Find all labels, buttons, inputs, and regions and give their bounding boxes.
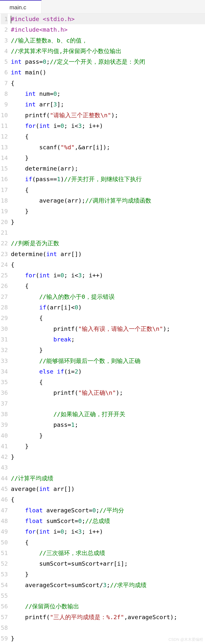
code-line[interactable]: if(arr[i]<0) (10, 302, 205, 312)
code-token: printf( (11, 614, 50, 620)
line-number: 50 (1, 537, 8, 548)
code-token: int (25, 90, 36, 97)
code-token: 0 (61, 528, 64, 535)
line-number: 18 (1, 195, 8, 206)
code-token: ,&arr[i]); (75, 144, 110, 150)
line-number: 21 (1, 227, 8, 238)
code-line[interactable] (10, 227, 205, 238)
code-line[interactable]: { (10, 78, 205, 88)
code-token: averageScort=sumScort/ (11, 582, 103, 588)
code-token: scanf( (11, 144, 60, 150)
code-line[interactable]: average(arr);//调用计算平均成绩函数 (10, 195, 205, 206)
code-line[interactable]: //输入正整数a、b、c的值， (10, 35, 205, 46)
code-line[interactable]: sumScort=sumScort+arr[i]; (10, 558, 205, 569)
code-line[interactable]: pass=1; (10, 420, 205, 430)
code-token: printf( (11, 325, 78, 332)
code-line[interactable]: int num=0; (10, 88, 205, 99)
code-line[interactable]: } (10, 345, 205, 355)
code-token (11, 101, 25, 108)
code-line[interactable]: for(int i=0; i<3; i++) (10, 526, 205, 537)
code-line[interactable]: scanf("%d",&arr[i]); (10, 142, 205, 152)
code-line[interactable]: } (10, 430, 205, 441)
code-token: //输入正整数a、b、c的值， (11, 37, 87, 44)
code-line[interactable]: printf("输入有误，请输入一个正数\n"); (10, 324, 205, 334)
code-line[interactable]: } (10, 441, 205, 452)
line-number: 54 (1, 580, 8, 590)
code-editor[interactable]: 1234567891011121314151617181920212223242… (0, 14, 205, 644)
line-number: 10 (1, 110, 8, 120)
code-line[interactable]: } (10, 217, 205, 227)
code-line[interactable]: float averageScort=0;//平均分 (10, 505, 205, 516)
code-line[interactable]: { (10, 494, 205, 505)
code-line[interactable] (10, 590, 205, 601)
code-line[interactable]: #include <stdio.h> (10, 14, 205, 24)
code-token: i= (50, 122, 61, 129)
line-number: 51 (1, 548, 8, 558)
code-line[interactable]: } (10, 206, 205, 216)
code-line[interactable]: //三次循环，求出总成绩 (10, 548, 205, 558)
code-line[interactable]: { (10, 280, 205, 291)
tab-bar: main.c (0, 0, 205, 14)
code-line[interactable]: printf("三人的平均成绩是：%.2f",averageScort); (10, 612, 205, 622)
code-line[interactable]: { (10, 259, 205, 270)
code-area[interactable]: #include <stdio.h>#include<math.h>//输入正整… (10, 14, 205, 644)
code-line[interactable]: //保留两位小数输出 (10, 601, 205, 612)
line-number: 56 (1, 601, 8, 612)
code-line[interactable]: //如果输入正确，打开开关 (10, 409, 205, 420)
code-line[interactable]: printf("请输入三个正整数\n"); (10, 110, 205, 120)
code-line[interactable]: break; (10, 334, 205, 345)
code-token: i= (50, 272, 61, 279)
code-line[interactable]: //能够循环到最后一个数，则输入正确 (10, 356, 205, 366)
code-token: for (25, 272, 36, 279)
code-token: ; (106, 582, 110, 588)
code-line[interactable]: int main() (10, 67, 205, 78)
code-token (11, 518, 25, 524)
code-line[interactable]: { (10, 184, 205, 195)
code-token: ; (71, 336, 75, 343)
code-token: if (57, 368, 64, 375)
code-token: //能够循环到最后一个数，则输入正确 (39, 358, 140, 364)
code-token: } (11, 218, 15, 225)
code-line[interactable]: { (10, 312, 205, 323)
code-line[interactable]: printf("输入正确\n"); (10, 387, 205, 398)
code-token (11, 358, 39, 364)
code-line[interactable]: } (10, 152, 205, 163)
code-line[interactable]: { (10, 537, 205, 548)
code-line[interactable]: float sumScort=0;//总成绩 (10, 516, 205, 526)
code-line[interactable] (10, 398, 205, 409)
code-line[interactable]: #include<math.h> (10, 24, 205, 35)
code-line[interactable]: { (10, 377, 205, 387)
line-number: 5 (1, 56, 8, 67)
code-token: pass= (11, 421, 71, 428)
code-token: ( (36, 272, 39, 279)
code-line[interactable]: //判断是否为正数 (10, 238, 205, 248)
code-line[interactable]: //输入的数小于0，提示错误 (10, 291, 205, 302)
code-line[interactable]: for(int i=0; i<3; i++) (10, 270, 205, 280)
code-line[interactable]: determine(arr); (10, 163, 205, 174)
code-token: i= (50, 528, 61, 535)
code-line[interactable]: for(int i=0; i<3; i++) (10, 120, 205, 131)
code-line[interactable]: int pass=0;//定义一个开关，原始状态是：关闭 (10, 56, 205, 67)
code-line[interactable] (10, 462, 205, 473)
tab-main-c[interactable]: main.c (0, 0, 42, 14)
code-line[interactable]: { (10, 131, 205, 142)
code-line[interactable]: averageScort=sumScort/3;//求平均成绩 (10, 580, 205, 590)
line-number: 3 (1, 35, 8, 46)
code-line[interactable]: int arr[3]; (10, 99, 205, 110)
code-line[interactable]: determine(int arr[]) (10, 249, 205, 259)
code-line[interactable] (10, 622, 205, 633)
code-line[interactable]: else if(i=2) (10, 366, 205, 377)
code-line[interactable]: if(pass==1)//开关打开，则继续往下执行 (10, 174, 205, 184)
code-token (11, 272, 25, 279)
code-token: 1 (57, 176, 61, 182)
code-token: arr[]) (57, 250, 82, 258)
line-number: 11 (1, 120, 8, 131)
code-line[interactable]: //求其算术平均值,并保留两个小数位输出 (10, 46, 205, 56)
line-number: 59 (1, 633, 8, 644)
code-line[interactable]: } (10, 569, 205, 580)
code-line[interactable]: //计算平均成绩 (10, 473, 205, 484)
code-line[interactable]: average(int arr[]) (10, 484, 205, 494)
code-token: "请输入三个正整数\n" (50, 112, 111, 118)
code-token: ; (75, 421, 78, 428)
code-line[interactable]: } (10, 452, 205, 462)
